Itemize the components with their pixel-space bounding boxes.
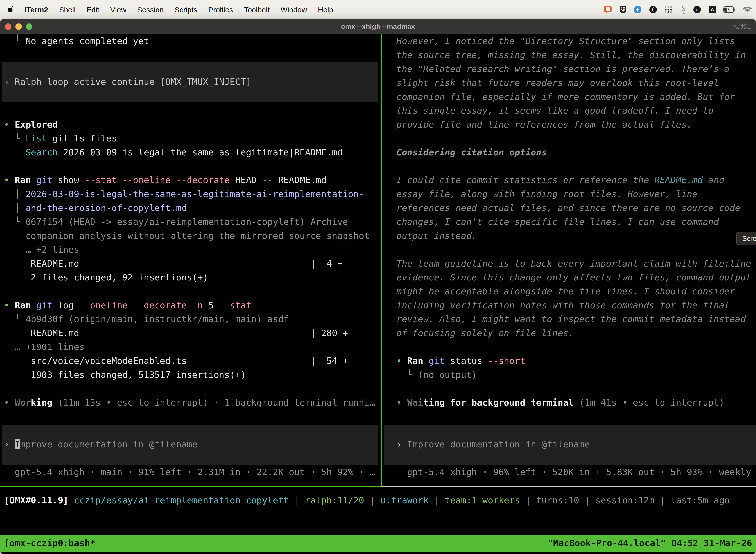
terminal-line: 2 files changed, 92 insertions(+) [4,271,208,284]
menu-item-iterm2[interactable]: iTerm2 [19,5,54,14]
terminal-line: slight risk that future readers may over… [396,76,719,90]
wifi-icon[interactable] [743,6,752,13]
terminal-line: … +1901 lines [4,340,84,354]
shield-grid-icon[interactable] [619,5,627,14]
gauge-61-icon[interactable]: ..61 [693,5,701,14]
menu-item-view[interactable]: View [105,5,132,14]
terminal-line: • Ran git show --stat --oneline --decora… [4,173,327,187]
menu-item-edit[interactable]: Edit [81,5,105,14]
waiting-status-line: • Waiting for background terminal (1m 41… [396,396,724,409]
menu-item-shell[interactable]: Shell [54,5,81,14]
terminal-line: └ 4b9d30f (origin/main, instructkr/main,… [4,312,289,326]
menu-item-session[interactable]: Session [132,5,169,14]
apple-menu-icon[interactable] [8,5,15,14]
menu-items: iTerm2ShellEditViewSessionScriptsProfile… [19,5,338,14]
menu-item-window[interactable]: Window [275,5,313,14]
terminal-line: • Ran git log --oneline --decorate -n 5 … [4,298,251,312]
window-title: omx --xhigh --madmax [0,19,756,34]
input-source-a-icon[interactable]: A [708,5,716,13]
terminal-line: evidence. Since this change only affects… [396,271,751,284]
terminal-line: the "Related research writing" section i… [396,62,730,76]
menu-item-toolbelt[interactable]: Toolbelt [239,5,275,14]
terminal-line: │ 2026-03-09-is-legal-the-same-as-legiti… [4,187,364,201]
tmux-session-label[interactable]: [omx-cczip0:bash* [4,536,95,550]
menu-item-profiles[interactable]: Profiles [203,5,239,14]
terminal-line: references need actual files, and since … [396,201,740,215]
omx-status-line: [OMX#0.11.9] cczip/essay/ai-reimplementa… [4,493,730,507]
dark-disc-icon[interactable] [649,5,657,14]
terminal-line: │ and-the-erosion-of-copyleft.md [4,201,187,215]
window-title-bar[interactable]: omx --xhigh --madmax ⌥⌘1 [0,19,756,34]
menu-status-icons: ..61 A [604,0,752,19]
working-status-line: • Working (11m 13s • esc to interrupt) ·… [4,396,375,409]
terminal-line: companion analysis without altering the … [4,229,370,243]
menu-item-scripts[interactable]: Scripts [169,5,203,14]
squiggle-icon[interactable] [680,5,686,14]
composer-input-left[interactable]: › Improve documentation in @filename [2,426,378,465]
terminal-line: README.md | 4 + [4,257,342,271]
terminal-line: review. Also, I might want to inspect th… [396,312,746,326]
screen-share-tooltip: Scre [736,232,756,245]
terminal-line: However, I noticed the "Directory Struct… [396,34,735,48]
terminal-line: I could cite commit statistics or refere… [396,173,724,187]
menu-item-help[interactable]: Help [313,5,339,14]
terminal-line: Search 2026-03-09-is-legal-the-same-as-l… [4,146,343,159]
terminal-line: README.md | 280 + [4,326,348,340]
terminal-line: └ No agents completed yet [4,34,149,48]
terminal-line: output instead. [396,229,477,243]
tmux-status-bar: [omx-cczip0:bash* "MacBook-Pro-44.local"… [0,535,756,552]
terminal-line: └ 067f154 (HEAD -> essay/ai-reimplementa… [4,215,348,229]
terminal-line: provide file and line references from th… [396,118,692,131]
iterm2-window: omx --xhigh --madmax ⌥⌘1 │ └ No agents c… [0,19,756,554]
terminal-line: 1903 files changed, 513517 insertions(+) [4,368,246,382]
terminal-line: essay file, along with finding root file… [396,187,697,201]
terminal-line: › Ralph loop active continue [OMX_TMUX_I… [4,75,251,89]
terminal-line: this single essay, it seems like a good … [396,104,713,118]
terminal-line: └ (no output) [396,368,477,382]
terminal-line: companion file, especially if more comme… [396,90,735,104]
svg-text:A: A [711,7,714,12]
pane-divider[interactable] [381,34,382,487]
svg-text:..61: ..61 [694,8,700,12]
terminal-line: src/voice/voiceModeEnabled.ts | 54 + [4,354,348,368]
terminal-line: … +2 lines [4,243,79,257]
right-terminal-pane[interactable]: However, I noticed the "Directory Struct… [383,34,756,487]
terminal-line: changes, I can't cite specific file line… [396,215,719,229]
terminal-line: └ List git ls-files [4,131,117,146]
terminal-content: │ └ No agents completed yet › Ralph loop… [0,34,756,554]
terminal-line: the source tree, missing the essay. Stil… [396,48,746,62]
composer-text[interactable]: › Improve documentation in @filename [396,437,590,451]
orange-app-icon[interactable] [604,5,612,14]
terminal-line: might be acceptable alongside the file l… [396,284,735,298]
battery-icon[interactable] [723,6,736,13]
terminal-line: • Explored [4,118,58,131]
terminal-line: The team guideline is to back every impo… [396,257,751,271]
blue-badge-icon[interactable] [633,5,642,14]
inactive-pane-border [382,486,756,487]
composer-text[interactable]: › Improve documentation in @filename [4,437,197,451]
active-pane-border [0,486,381,487]
composer-input-right[interactable]: › Improve documentation in @filename [384,426,756,465]
screen: iTerm2ShellEditViewSessionScriptsProfile… [0,0,756,554]
terminal-line: including verification notes with those … [396,298,730,312]
reasoning-heading: Considering citation options [396,146,547,159]
terminal-line: • Ran git status --short [396,354,525,368]
left-terminal-pane[interactable]: │ └ No agents completed yet › Ralph loop… [0,34,381,487]
dots-grid-icon[interactable] [664,5,673,14]
terminal-line: of focusing solely on file lines. [396,326,574,340]
model-status-line: gpt-5.4 xhigh · 96% left · 520K in · 5.8… [396,465,756,479]
model-status-line: gpt-5.4 xhigh · main · 91% left · 2.31M … [4,465,375,479]
macos-menu-bar: iTerm2ShellEditViewSessionScriptsProfile… [0,0,756,19]
tmux-host-clock: "MacBook-Pro-44.local" 04:52 31-Mar-26 [548,536,752,550]
ralph-loop-banner: › Ralph loop active continue [OMX_TMUX_I… [2,62,378,102]
window-shortcut-badge: ⌥⌘1 [732,19,751,34]
